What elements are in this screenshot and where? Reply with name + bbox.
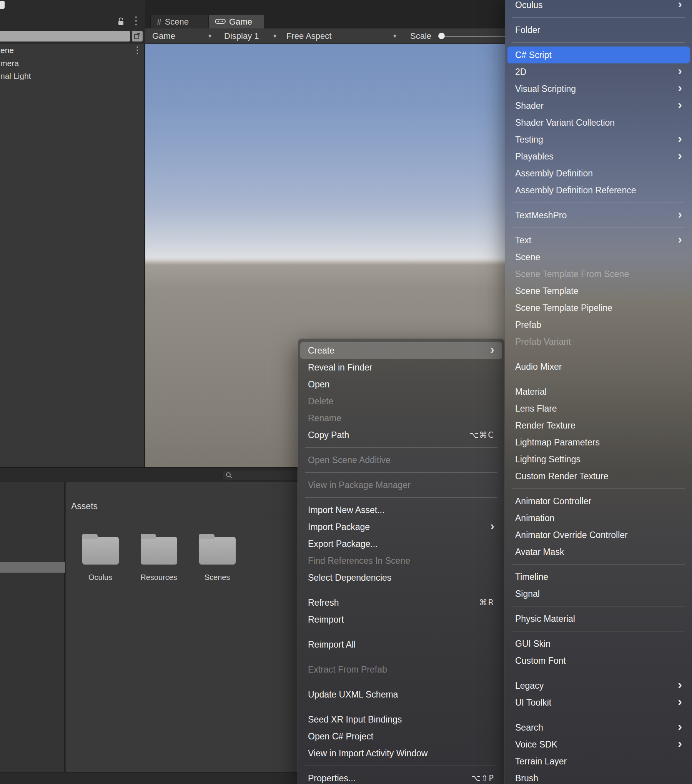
folder-tree-selected-row[interactable] bbox=[0, 562, 65, 573]
tab-scene[interactable]: # Scene bbox=[150, 15, 209, 28]
menu-item-search[interactable]: Search› bbox=[505, 719, 692, 736]
hierarchy-kebab-menu-icon[interactable]: ⋮ bbox=[133, 45, 142, 55]
menu-item-label: Custom Render Texture bbox=[515, 471, 682, 482]
menu-item-label: Visual Scripting bbox=[515, 84, 667, 94]
project-folder-tree[interactable] bbox=[0, 482, 65, 772]
menu-item-create[interactable]: Create› bbox=[300, 342, 502, 359]
menu-item-terrain-layer[interactable]: Terrain Layer bbox=[505, 753, 692, 770]
folder-scenes[interactable]: Scenes bbox=[190, 535, 244, 585]
menu-item-material[interactable]: Material bbox=[505, 383, 692, 400]
menu-item-render-texture[interactable]: Render Texture bbox=[505, 417, 692, 434]
menu-item-animator-controller[interactable]: Animator Controller bbox=[505, 493, 692, 510]
menu-item-label: Scene bbox=[515, 252, 682, 262]
tab-game[interactable]: Game bbox=[209, 15, 264, 28]
menu-item-gui-skin[interactable]: GUI Skin bbox=[505, 635, 692, 652]
menu-item-reveal-in-finder[interactable]: Reveal in Finder bbox=[298, 359, 504, 376]
menu-item-scene-template[interactable]: Scene Template bbox=[505, 282, 692, 299]
menu-item-label: Oculus bbox=[515, 0, 667, 10]
menu-item-ui-toolkit[interactable]: UI Toolkit› bbox=[505, 694, 692, 711]
menu-item-export-package[interactable]: Export Package... bbox=[298, 535, 504, 552]
menu-item-find-references-in-scene: Find References In Scene bbox=[298, 552, 504, 569]
menu-item-delete: Delete bbox=[298, 393, 504, 410]
search-icon bbox=[226, 472, 232, 478]
menu-item-label: Custom Font bbox=[515, 656, 682, 666]
hierarchy-item[interactable]: nal Light bbox=[0, 70, 144, 82]
menu-item-properties[interactable]: Properties...⌥⇧P bbox=[298, 770, 504, 784]
menu-item-scene[interactable]: Scene bbox=[505, 249, 692, 266]
menu-item-custom-font[interactable]: Custom Font bbox=[505, 652, 692, 669]
menu-item-select-dependencies[interactable]: Select Dependencies bbox=[298, 569, 504, 586]
folder-icon bbox=[141, 537, 177, 565]
menu-item-assembly-definition[interactable]: Assembly Definition bbox=[505, 165, 692, 182]
menu-item-refresh[interactable]: Refresh⌘R bbox=[298, 594, 504, 611]
menu-item-brush[interactable]: Brush bbox=[505, 770, 692, 784]
menu-item-testing[interactable]: Testing› bbox=[505, 131, 692, 148]
menu-item-reimport[interactable]: Reimport bbox=[298, 611, 504, 628]
menu-item-lightmap-parameters[interactable]: Lightmap Parameters bbox=[505, 434, 692, 451]
menu-item-physic-material[interactable]: Physic Material bbox=[505, 610, 692, 627]
folder-label: Resources bbox=[140, 573, 177, 582]
menu-item-timeline[interactable]: Timeline bbox=[505, 568, 692, 585]
menu-item-text[interactable]: Text› bbox=[505, 232, 692, 249]
menu-item-textmeshpro[interactable]: TextMeshPro› bbox=[505, 207, 692, 224]
menu-item-open[interactable]: Open bbox=[298, 376, 504, 393]
menu-separator bbox=[305, 682, 497, 682]
menu-item-signal[interactable]: Signal bbox=[505, 585, 692, 602]
menu-item-scene-template-pipeline[interactable]: Scene Template Pipeline bbox=[505, 299, 692, 316]
menu-item-prefab[interactable]: Prefab bbox=[505, 316, 692, 333]
menu-separator bbox=[512, 228, 685, 228]
game-target-dropdown-value: Game bbox=[152, 31, 205, 41]
gamepad-icon bbox=[215, 17, 226, 27]
unity-editor-window: ⋮ ene ⋮ meranal Light # Scene bbox=[0, 0, 692, 784]
menu-item-voice-sdk[interactable]: Voice SDK› bbox=[505, 736, 692, 753]
scale-slider-knob[interactable] bbox=[438, 33, 445, 39]
menu-item-assembly-definition-reference[interactable]: Assembly Definition Reference bbox=[505, 182, 692, 199]
hierarchy-scene-header[interactable]: ene ⋮ bbox=[0, 44, 144, 57]
menu-item-label: Prefab bbox=[515, 320, 682, 330]
menu-item-shader-variant-collection[interactable]: Shader Variant Collection bbox=[505, 114, 692, 131]
menu-item-view-in-import-activity-window[interactable]: View in Import Activity Window bbox=[298, 745, 504, 762]
menu-item-oculus[interactable]: Oculus› bbox=[505, 0, 692, 13]
game-target-dropdown[interactable]: Game ▾ bbox=[148, 28, 215, 43]
menu-item-import-new-asset[interactable]: Import New Asset... bbox=[298, 502, 504, 518]
menu-item-shader[interactable]: Shader› bbox=[505, 97, 692, 114]
menu-item-playables[interactable]: Playables› bbox=[505, 148, 692, 165]
menu-item-copy-path[interactable]: Copy Path⌥⌘C bbox=[298, 427, 504, 443]
menu-separator bbox=[305, 707, 497, 707]
menu-item-label: Open bbox=[308, 379, 494, 390]
menu-separator bbox=[305, 766, 497, 766]
menu-item-animator-override-controller[interactable]: Animator Override Controller bbox=[505, 527, 692, 543]
folder-oculus[interactable]: Oculus bbox=[73, 535, 127, 585]
tab-scene-label: Scene bbox=[165, 17, 189, 27]
hierarchy-item[interactable]: mera bbox=[0, 57, 144, 70]
menu-item-label: UI Toolkit bbox=[515, 698, 667, 708]
window-maximize-icon[interactable] bbox=[132, 31, 143, 42]
menu-item-folder[interactable]: Folder bbox=[505, 22, 692, 38]
menu-item-seed-xr-input-bindings[interactable]: Seed XR Input Bindings bbox=[298, 711, 504, 728]
menu-item-open-c-project[interactable]: Open C# Project bbox=[298, 728, 504, 745]
lock-open-icon[interactable] bbox=[117, 17, 125, 28]
aspect-ratio-dropdown[interactable]: Free Aspect ▾ bbox=[283, 28, 400, 43]
menu-item-label: Refresh bbox=[308, 598, 468, 608]
menu-item-2d[interactable]: 2D› bbox=[505, 63, 692, 80]
menu-separator bbox=[305, 472, 497, 473]
menu-item-animation[interactable]: Animation bbox=[505, 510, 692, 527]
menu-item-lighting-settings[interactable]: Lighting Settings bbox=[505, 451, 692, 468]
menu-item-reimport-all[interactable]: Reimport All bbox=[298, 636, 504, 653]
menu-item-update-uxml-schema[interactable]: Update UXML Schema bbox=[298, 686, 504, 703]
menu-item-custom-render-texture[interactable]: Custom Render Texture bbox=[505, 468, 692, 485]
menu-item-avatar-mask[interactable]: Avatar Mask bbox=[505, 543, 692, 560]
folder-label: Oculus bbox=[88, 573, 112, 582]
menu-item-import-package[interactable]: Import Package› bbox=[298, 518, 504, 535]
menu-item-label: Animator Controller bbox=[515, 496, 682, 507]
display-dropdown[interactable]: Display 1 ▾ bbox=[220, 28, 280, 43]
menu-item-visual-scripting[interactable]: Visual Scripting› bbox=[505, 80, 692, 97]
menu-item-label: Playables bbox=[515, 151, 667, 162]
menu-item-lens-flare[interactable]: Lens Flare bbox=[505, 400, 692, 417]
menu-item-audio-mixer[interactable]: Audio Mixer bbox=[505, 358, 692, 375]
pane-kebab-menu-icon[interactable]: ⋮ bbox=[131, 15, 141, 26]
menu-item-label: Delete bbox=[308, 396, 494, 407]
folder-resources[interactable]: Resources bbox=[132, 535, 186, 585]
menu-item-c-script[interactable]: C# Script bbox=[507, 47, 690, 63]
menu-item-legacy[interactable]: Legacy› bbox=[505, 677, 692, 694]
